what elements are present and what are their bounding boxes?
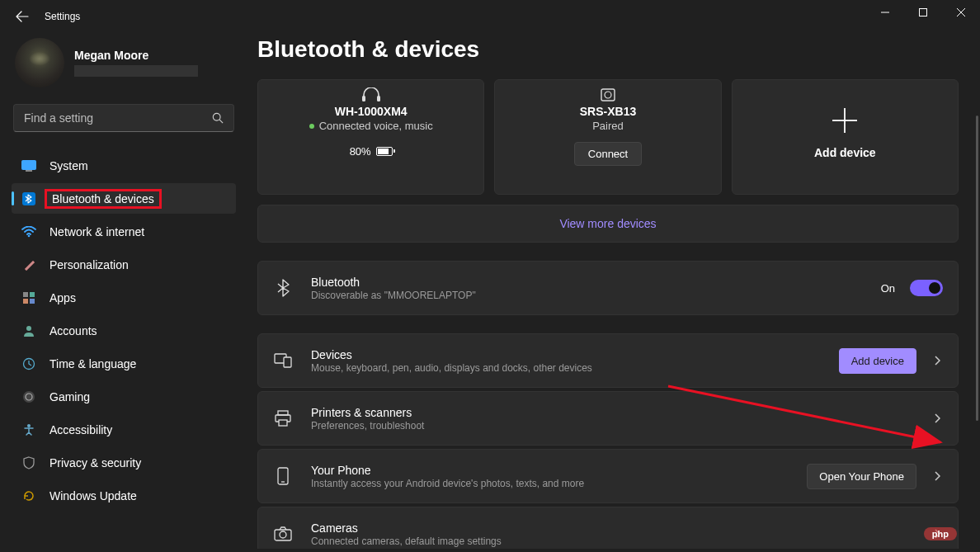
sidebar-item-network[interactable]: Network & internet <box>12 216 236 247</box>
arrow-left-icon <box>16 10 29 23</box>
row-subtitle: Connected cameras, default image setting… <box>311 535 931 547</box>
battery-icon <box>376 147 393 156</box>
add-device-card[interactable]: Add device <box>732 79 959 195</box>
system-icon <box>21 158 36 173</box>
bluetooth-icon <box>273 278 293 298</box>
apps-icon <box>21 290 36 305</box>
devices-row[interactable]: Devices Mouse, keyboard, pen, audio, dis… <box>257 333 959 388</box>
svg-point-2 <box>213 113 220 120</box>
device-battery: 80% <box>350 145 393 158</box>
chevron-right-icon <box>931 356 943 366</box>
svg-point-16 <box>27 424 31 427</box>
window-controls <box>866 0 980 25</box>
scroll-area[interactable]: WH-1000XM4 Connected voice, music 80% SR… <box>247 79 973 549</box>
connect-button[interactable]: Connect <box>574 142 642 166</box>
sidebar-item-bluetooth-devices[interactable]: Bluetooth & devices <box>12 183 236 214</box>
search-input[interactable] <box>24 111 212 125</box>
maximize-button[interactable] <box>904 0 942 25</box>
avatar <box>15 38 64 87</box>
sidebar-item-label: Windows Update <box>49 489 137 502</box>
svg-point-20 <box>605 92 611 98</box>
svg-rect-24 <box>284 357 291 367</box>
close-button[interactable] <box>942 0 980 25</box>
view-more-label: View more devices <box>559 217 656 230</box>
sidebar-item-apps[interactable]: Apps <box>12 282 236 313</box>
printers-row[interactable]: Printers & scanners Preferences, trouble… <box>257 391 959 446</box>
svg-rect-25 <box>278 411 288 415</box>
chevron-right-icon <box>931 413 943 423</box>
sidebar: Megan Moore System Bluetooth & devices N… <box>0 33 247 552</box>
row-subtitle: Discoverable as "MMOORELAPTOP" <box>311 290 881 301</box>
sidebar-item-label: Privacy & security <box>49 456 141 469</box>
minimize-icon <box>881 8 889 17</box>
chevron-right-icon <box>931 471 943 481</box>
gaming-icon <box>21 389 36 404</box>
svg-rect-10 <box>23 299 28 304</box>
main-content: Bluetooth & devices WH-1000XM4 Connected… <box>247 33 980 552</box>
svg-rect-5 <box>26 170 32 172</box>
svg-rect-9 <box>30 292 35 297</box>
view-more-devices-button[interactable]: View more devices <box>257 205 959 243</box>
clock-globe-icon <box>21 356 36 371</box>
svg-rect-4 <box>22 160 36 169</box>
sidebar-item-gaming[interactable]: Gaming <box>12 381 236 412</box>
sidebar-item-privacy[interactable]: Privacy & security <box>12 447 236 478</box>
person-icon <box>21 323 36 338</box>
plus-icon <box>831 106 859 134</box>
svg-rect-27 <box>279 420 287 426</box>
sidebar-item-label: Time & language <box>49 357 136 370</box>
svg-rect-11 <box>30 299 35 304</box>
sidebar-item-label: Apps <box>49 291 76 304</box>
svg-rect-8 <box>23 292 28 297</box>
row-title: Cameras <box>311 521 931 535</box>
device-cards-row: WH-1000XM4 Connected voice, music 80% SR… <box>257 79 959 195</box>
paintbrush-icon <box>21 257 36 272</box>
sidebar-item-label: Personalization <box>49 258 129 271</box>
minimize-button[interactable] <box>866 0 904 25</box>
sidebar-item-personalization[interactable]: Personalization <box>12 249 236 280</box>
sidebar-item-system[interactable]: System <box>12 150 236 181</box>
sidebar-item-label: Bluetooth & devices <box>45 189 162 209</box>
bluetooth-toggle[interactable] <box>910 280 943 296</box>
page-title: Bluetooth & devices <box>257 36 973 63</box>
maximize-icon <box>919 8 927 17</box>
status-dot-icon <box>309 124 314 129</box>
nav-list: System Bluetooth & devices Network & int… <box>12 150 236 511</box>
device-card-headphones[interactable]: WH-1000XM4 Connected voice, music 80% <box>257 79 484 195</box>
add-device-button[interactable]: Add device <box>839 348 916 374</box>
row-title: Printers & scanners <box>311 406 931 419</box>
device-name: SRS-XB13 <box>580 105 636 118</box>
search-box[interactable] <box>13 104 234 132</box>
svg-point-12 <box>26 326 31 331</box>
back-button[interactable] <box>15 9 30 24</box>
headphones-icon <box>360 87 382 102</box>
printer-icon <box>273 408 293 428</box>
sidebar-item-windows-update[interactable]: Windows Update <box>12 480 236 511</box>
shield-icon <box>21 455 36 470</box>
row-subtitle: Mouse, keyboard, pen, audio, displays an… <box>311 362 839 374</box>
close-icon <box>957 8 965 17</box>
wifi-icon <box>21 224 36 239</box>
device-status: Paired <box>592 120 624 132</box>
device-card-speaker[interactable]: SRS-XB13 Paired Connect <box>494 79 721 195</box>
phone-icon <box>273 466 293 486</box>
sidebar-item-label: Accessibility <box>49 423 112 436</box>
row-title: Devices <box>311 348 839 361</box>
bluetooth-icon <box>21 191 36 206</box>
cameras-row[interactable]: Cameras Connected cameras, default image… <box>257 507 959 549</box>
devices-icon <box>273 351 293 370</box>
search-icon <box>212 112 224 124</box>
device-name: WH-1000XM4 <box>335 105 408 118</box>
add-device-label: Add device <box>814 146 876 159</box>
sidebar-item-label: Gaming <box>49 390 90 403</box>
sidebar-item-accessibility[interactable]: Accessibility <box>12 414 236 445</box>
sidebar-item-time-language[interactable]: Time & language <box>12 348 236 379</box>
profile-block[interactable]: Megan Moore <box>12 33 236 99</box>
sidebar-item-label: Network & internet <box>49 225 144 238</box>
open-your-phone-button[interactable]: Open Your Phone <box>807 464 916 489</box>
svg-point-14 <box>23 391 35 403</box>
your-phone-row[interactable]: Your Phone Instantly access your Android… <box>257 449 959 503</box>
sidebar-item-accounts[interactable]: Accounts <box>12 315 236 346</box>
device-status: Connected voice, music <box>309 120 433 132</box>
scrollbar[interactable] <box>976 116 978 421</box>
